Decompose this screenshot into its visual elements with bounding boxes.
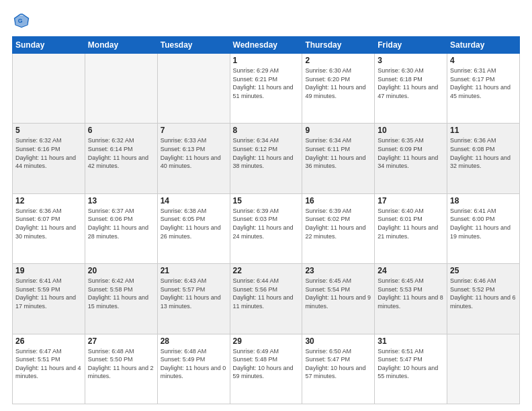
- col-header-sunday: Sunday: [13, 37, 85, 54]
- logo: G: [12, 11, 34, 30]
- day-number: 21: [161, 266, 227, 275]
- header-row: SundayMondayTuesdayWednesdayThursdayFrid…: [13, 37, 520, 54]
- col-header-monday: Monday: [85, 37, 157, 54]
- day-cell: 24Sunrise: 6:45 AMSunset: 5:53 PMDayligh…: [375, 264, 447, 334]
- day-info: Sunrise: 6:39 AMSunset: 6:02 PMDaylight:…: [305, 207, 371, 240]
- day-info: Sunrise: 6:36 AMSunset: 6:07 PMDaylight:…: [15, 207, 82, 240]
- day-info: Sunrise: 6:45 AMSunset: 5:54 PMDaylight:…: [305, 277, 371, 310]
- day-number: 17: [378, 196, 444, 205]
- day-number: 2: [305, 56, 371, 65]
- page: G SundayMondayTuesdayWednesdayThursdayFr…: [0, 0, 532, 411]
- day-cell: 26Sunrise: 6:47 AMSunset: 5:51 PMDayligh…: [13, 334, 85, 404]
- day-info: Sunrise: 6:38 AMSunset: 6:05 PMDaylight:…: [161, 207, 227, 240]
- day-number: 8: [233, 126, 300, 135]
- day-cell: 23Sunrise: 6:45 AMSunset: 5:54 PMDayligh…: [302, 264, 375, 334]
- day-info: Sunrise: 6:30 AMSunset: 6:20 PMDaylight:…: [305, 66, 371, 100]
- day-number: 7: [161, 126, 227, 135]
- day-number: 20: [88, 266, 154, 275]
- header: G: [12, 11, 520, 30]
- day-number: 23: [305, 266, 371, 275]
- day-cell: 30Sunrise: 6:50 AMSunset: 5:47 PMDayligh…: [302, 334, 375, 404]
- day-number: 4: [450, 56, 517, 65]
- col-header-wednesday: Wednesday: [230, 37, 302, 54]
- day-number: 30: [305, 336, 371, 346]
- day-cell: 1Sunrise: 6:29 AMSunset: 6:21 PMDaylight…: [230, 54, 302, 124]
- week-row-5: 26Sunrise: 6:47 AMSunset: 5:51 PMDayligh…: [13, 334, 520, 404]
- day-info: Sunrise: 6:30 AMSunset: 6:18 PMDaylight:…: [378, 66, 444, 100]
- day-cell: 2Sunrise: 6:30 AMSunset: 6:20 PMDaylight…: [302, 54, 375, 124]
- day-cell: 10Sunrise: 6:35 AMSunset: 6:09 PMDayligh…: [375, 124, 447, 193]
- day-cell: 13Sunrise: 6:37 AMSunset: 6:06 PMDayligh…: [85, 193, 157, 263]
- day-number: 19: [15, 266, 82, 275]
- day-cell: 20Sunrise: 6:42 AMSunset: 5:58 PMDayligh…: [85, 264, 157, 334]
- day-cell: [13, 54, 85, 124]
- day-cell: 28Sunrise: 6:48 AMSunset: 5:49 PMDayligh…: [157, 334, 230, 404]
- svg-text:G: G: [18, 17, 23, 24]
- day-number: 9: [305, 126, 371, 135]
- day-cell: 31Sunrise: 6:51 AMSunset: 5:47 PMDayligh…: [375, 334, 447, 404]
- day-cell: 11Sunrise: 6:36 AMSunset: 6:08 PMDayligh…: [447, 124, 520, 193]
- day-cell: 6Sunrise: 6:32 AMSunset: 6:14 PMDaylight…: [85, 124, 157, 193]
- day-info: Sunrise: 6:44 AMSunset: 5:56 PMDaylight:…: [233, 277, 300, 310]
- day-info: Sunrise: 6:39 AMSunset: 6:03 PMDaylight:…: [233, 207, 300, 240]
- day-info: Sunrise: 6:46 AMSunset: 5:52 PMDaylight:…: [450, 277, 517, 310]
- day-cell: 5Sunrise: 6:32 AMSunset: 6:16 PMDaylight…: [13, 124, 85, 193]
- col-header-thursday: Thursday: [302, 37, 375, 54]
- day-number: 27: [88, 336, 154, 346]
- day-cell: 25Sunrise: 6:46 AMSunset: 5:52 PMDayligh…: [447, 264, 520, 334]
- day-info: Sunrise: 6:40 AMSunset: 6:01 PMDaylight:…: [378, 207, 444, 240]
- day-number: 11: [450, 126, 517, 135]
- day-number: 12: [15, 196, 82, 205]
- week-row-1: 1Sunrise: 6:29 AMSunset: 6:21 PMDaylight…: [13, 54, 520, 124]
- day-cell: 21Sunrise: 6:43 AMSunset: 5:57 PMDayligh…: [157, 264, 230, 334]
- logo-icon: G: [12, 11, 31, 30]
- day-number: 29: [233, 336, 300, 346]
- day-info: Sunrise: 6:34 AMSunset: 6:12 PMDaylight:…: [233, 136, 300, 170]
- day-info: Sunrise: 6:31 AMSunset: 6:17 PMDaylight:…: [450, 66, 517, 100]
- day-number: 15: [233, 196, 300, 205]
- day-info: Sunrise: 6:36 AMSunset: 6:08 PMDaylight:…: [450, 136, 517, 170]
- day-cell: 17Sunrise: 6:40 AMSunset: 6:01 PMDayligh…: [375, 193, 447, 263]
- day-number: 1: [233, 56, 300, 65]
- calendar: SundayMondayTuesdayWednesdayThursdayFrid…: [12, 36, 520, 404]
- day-cell: 29Sunrise: 6:49 AMSunset: 5:48 PMDayligh…: [230, 334, 302, 404]
- day-info: Sunrise: 6:32 AMSunset: 6:14 PMDaylight:…: [88, 136, 154, 170]
- day-cell: 8Sunrise: 6:34 AMSunset: 6:12 PMDaylight…: [230, 124, 302, 193]
- day-info: Sunrise: 6:45 AMSunset: 5:53 PMDaylight:…: [378, 277, 444, 310]
- day-number: 26: [15, 336, 82, 346]
- day-info: Sunrise: 6:49 AMSunset: 5:48 PMDaylight:…: [233, 347, 300, 381]
- col-header-saturday: Saturday: [447, 37, 520, 54]
- day-info: Sunrise: 6:35 AMSunset: 6:09 PMDaylight:…: [378, 136, 444, 170]
- day-number: 6: [88, 126, 154, 135]
- day-cell: [447, 334, 520, 404]
- day-number: 10: [378, 126, 444, 135]
- day-info: Sunrise: 6:41 AMSunset: 6:00 PMDaylight:…: [450, 207, 517, 240]
- day-number: 3: [378, 56, 444, 65]
- day-number: 13: [88, 196, 154, 205]
- week-row-3: 12Sunrise: 6:36 AMSunset: 6:07 PMDayligh…: [13, 193, 520, 263]
- day-info: Sunrise: 6:37 AMSunset: 6:06 PMDaylight:…: [88, 207, 154, 240]
- col-header-friday: Friday: [375, 37, 447, 54]
- day-info: Sunrise: 6:47 AMSunset: 5:51 PMDaylight:…: [15, 347, 82, 381]
- day-cell: 22Sunrise: 6:44 AMSunset: 5:56 PMDayligh…: [230, 264, 302, 334]
- day-cell: 27Sunrise: 6:48 AMSunset: 5:50 PMDayligh…: [85, 334, 157, 404]
- day-info: Sunrise: 6:51 AMSunset: 5:47 PMDaylight:…: [378, 347, 444, 381]
- day-cell: 18Sunrise: 6:41 AMSunset: 6:00 PMDayligh…: [447, 193, 520, 263]
- day-number: 31: [378, 336, 444, 346]
- day-info: Sunrise: 6:32 AMSunset: 6:16 PMDaylight:…: [15, 136, 82, 170]
- day-number: 18: [450, 196, 517, 205]
- day-number: 22: [233, 266, 300, 275]
- day-info: Sunrise: 6:43 AMSunset: 5:57 PMDaylight:…: [161, 277, 227, 310]
- week-row-2: 5Sunrise: 6:32 AMSunset: 6:16 PMDaylight…: [13, 124, 520, 193]
- day-info: Sunrise: 6:33 AMSunset: 6:13 PMDaylight:…: [161, 136, 227, 170]
- day-number: 5: [15, 126, 82, 135]
- day-info: Sunrise: 6:29 AMSunset: 6:21 PMDaylight:…: [233, 66, 300, 100]
- day-cell: 4Sunrise: 6:31 AMSunset: 6:17 PMDaylight…: [447, 54, 520, 124]
- day-cell: 12Sunrise: 6:36 AMSunset: 6:07 PMDayligh…: [13, 193, 85, 263]
- day-number: 24: [378, 266, 444, 275]
- day-number: 14: [161, 196, 227, 205]
- day-cell: 7Sunrise: 6:33 AMSunset: 6:13 PMDaylight…: [157, 124, 230, 193]
- day-info: Sunrise: 6:34 AMSunset: 6:11 PMDaylight:…: [305, 136, 371, 170]
- day-info: Sunrise: 6:48 AMSunset: 5:50 PMDaylight:…: [88, 347, 154, 381]
- day-cell: 14Sunrise: 6:38 AMSunset: 6:05 PMDayligh…: [157, 193, 230, 263]
